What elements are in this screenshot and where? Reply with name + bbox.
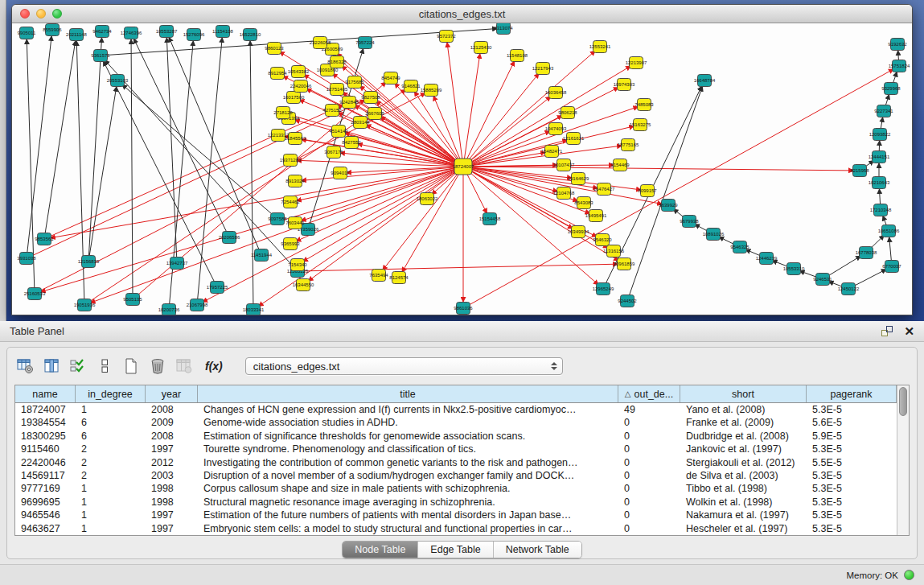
graph-node[interactable]: 8559906 (43, 24, 62, 36)
citation-edge[interactable] (88, 31, 102, 262)
graph-node[interactable]: 8215958 (850, 165, 869, 177)
graph-node[interactable]: 9546325 (730, 241, 749, 253)
graph-node[interactable]: 11451944 (251, 249, 273, 262)
column-view-icon[interactable] (41, 356, 62, 377)
citation-edge[interactable] (131, 33, 133, 299)
column-header-short[interactable]: short (680, 385, 807, 402)
citation-edge[interactable] (603, 80, 704, 289)
graph-node[interactable]: 9242848 (339, 97, 359, 109)
graph-node[interactable]: 7635494 (369, 270, 388, 282)
table-row[interactable]: 911546021997Tourette syndrome. Phenomeno… (15, 443, 897, 455)
graph-node[interactable]: 18775165 (618, 139, 639, 151)
graph-node[interactable]: 17957225 (207, 282, 228, 294)
graph-node[interactable]: 2803144 (351, 117, 370, 129)
graph-node[interactable]: 8099157 (638, 185, 657, 197)
citation-edge-red[interactable] (295, 167, 463, 223)
graph-node[interactable]: 8913024 (285, 175, 305, 187)
graph-node[interactable]: 8186328 (327, 56, 347, 68)
graph-node[interactable]: 7603441 (285, 217, 305, 229)
graph-node[interactable]: 10553310 (783, 263, 805, 275)
graph-node[interactable]: 9572372 (437, 31, 456, 43)
graph-node[interactable]: 7957224 (355, 37, 375, 49)
network-view[interactable]: 1872400799050118559906202111489462734127… (12, 23, 912, 315)
select-rows-icon[interactable] (68, 356, 88, 377)
graph-node[interactable]: 12444151 (869, 151, 890, 163)
table-selector-dropdown[interactable]: citations_edges.txt (245, 357, 563, 375)
graph-node[interactable]: 8313074 (494, 23, 513, 35)
column-header-in_degree[interactable]: in_degree (76, 385, 146, 402)
citation-edge-red[interactable] (301, 86, 463, 167)
delete-trash-icon[interactable] (147, 356, 168, 377)
float-panel-icon[interactable] (881, 326, 893, 336)
graph-node[interactable]: 10474093 (545, 123, 567, 135)
graph-node[interactable]: 9853561 (35, 233, 54, 245)
citation-edge-red[interactable] (290, 167, 463, 244)
graph-node[interactable]: 12446239 (756, 253, 778, 265)
graph-node[interactable]: 8427552 (342, 137, 361, 149)
graph-node[interactable]: 8543083 (574, 197, 593, 209)
citation-edge-red[interactable] (283, 113, 463, 167)
citation-edge-red[interactable] (375, 113, 463, 167)
graph-node[interactable]: 12156839 (78, 256, 100, 268)
graph-node[interactable]: 12751405 (326, 84, 348, 96)
graph-node[interactable]: 4514140 (329, 126, 348, 138)
scrollbar-thumb[interactable] (899, 387, 907, 416)
graph-node[interactable]: 8639929 (659, 200, 678, 212)
graph-node[interactable]: 9097588 (268, 213, 287, 225)
graph-node[interactable]: 12965249 (593, 283, 614, 295)
graph-node[interactable]: 9227341 (874, 105, 893, 117)
graph-node[interactable]: 3931038 (17, 253, 36, 265)
graph-node[interactable]: 17210348 (870, 204, 892, 216)
graph-node[interactable]: 9175685 (345, 76, 364, 89)
graph-node[interactable]: 20211148 (66, 29, 87, 41)
graph-node[interactable]: 9679938 (680, 216, 699, 228)
table-vertical-scrollbar[interactable] (897, 385, 909, 535)
graph-node[interactable]: 12093822 (869, 129, 891, 141)
graph-node[interactable]: 15276096 (183, 29, 205, 41)
table-row[interactable]: 977716911998Corpus callosum shape and si… (15, 482, 897, 495)
table-row[interactable]: 1830029562008Estimation of significance … (15, 430, 897, 443)
table-row[interactable]: 2242004622012Investigating the contribut… (15, 456, 897, 469)
graph-node[interactable]: 19051936 (74, 299, 96, 311)
graph-node[interactable]: 12125430 (470, 42, 492, 54)
graph-node[interactable]: 16648784 (694, 75, 716, 87)
graph-node[interactable]: 2718120 (273, 107, 293, 119)
graph-node[interactable]: 4275152 (322, 105, 342, 117)
citation-edge[interactable] (250, 35, 253, 310)
graph-node[interactable]: 8454749 (381, 72, 400, 84)
citation-edge[interactable] (117, 80, 277, 219)
graph-node[interactable]: 7254462 (281, 196, 300, 208)
table-row[interactable]: 1456911722003Disruption of a novel membe… (15, 469, 897, 482)
graph-node[interactable]: 10553287 (156, 26, 178, 38)
table-row[interactable]: 946554611997Estimation of the future num… (15, 509, 897, 521)
column-header-year[interactable]: year (146, 385, 198, 402)
graph-node[interactable]: 11154108 (212, 26, 233, 38)
citation-edge-red[interactable] (463, 84, 624, 167)
graph-node[interactable]: 10200736 (158, 304, 180, 315)
graph-node[interactable]: 9244502 (618, 295, 637, 307)
graph-node[interactable]: 20206586 (219, 232, 240, 244)
citation-edge[interactable] (44, 35, 76, 239)
citation-edge-red[interactable] (84, 167, 463, 305)
graph-node[interactable]: 12217943 (532, 63, 554, 75)
column-header-name[interactable]: name (15, 385, 76, 402)
graph-node[interactable]: 9806218 (558, 107, 577, 119)
graph-node[interactable]: 9329968 (881, 83, 901, 95)
citation-edge[interactable] (88, 80, 117, 262)
graph-node[interactable]: 9365993 (281, 238, 300, 250)
column-header-pagerank[interactable]: pagerank (807, 385, 897, 402)
citation-edge-red[interactable] (27, 97, 371, 258)
table-settings-icon[interactable] (14, 356, 35, 377)
graph-node[interactable]: 9361571 (91, 50, 110, 62)
citation-edge-red[interactable] (463, 167, 614, 251)
row-height-icon[interactable] (94, 356, 115, 377)
graph-node[interactable]: 9094017 (331, 167, 350, 179)
new-document-icon[interactable] (121, 356, 142, 377)
citation-edge-red[interactable] (379, 167, 463, 275)
graph-node[interactable]: 12746396 (121, 27, 142, 39)
graph-node[interactable]: 10210643 (869, 177, 890, 189)
graph-node[interactable]: 7485083 (634, 99, 654, 111)
graph-node[interactable]: 16522810 (240, 29, 261, 41)
citation-edge-red[interactable] (44, 167, 463, 239)
graph-node[interactable]: 2667608 (365, 108, 384, 120)
